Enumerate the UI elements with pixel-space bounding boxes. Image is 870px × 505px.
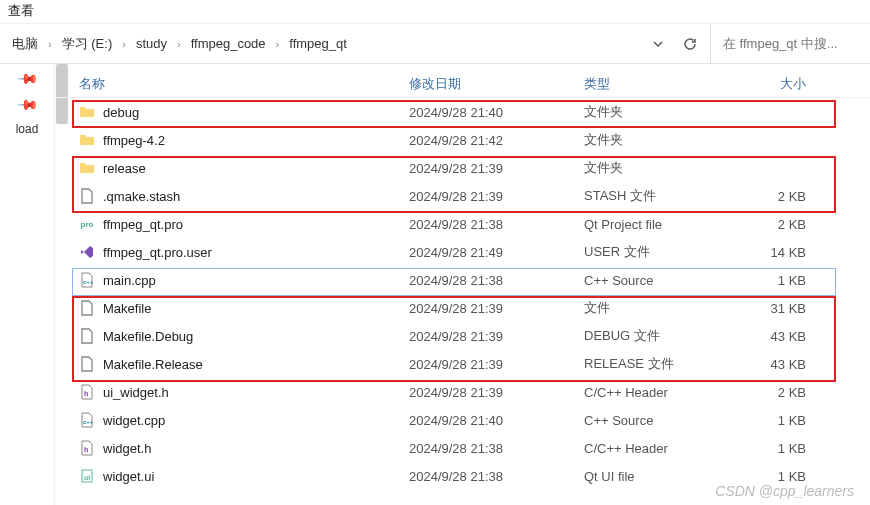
- file-size: 2 KB: [739, 217, 814, 232]
- sidebar: 📌 📌 load: [0, 64, 55, 505]
- file-date: 2024/9/28 21:39: [409, 385, 584, 400]
- watermark: CSDN @cpp_learners: [715, 483, 854, 499]
- chevron-down-icon[interactable]: [646, 32, 670, 56]
- file-icon: [79, 300, 95, 316]
- col-type[interactable]: 类型: [584, 75, 739, 93]
- file-date: 2024/9/28 21:39: [409, 161, 584, 176]
- breadcrumb-item[interactable]: 电脑: [6, 31, 44, 57]
- breadcrumb-item[interactable]: ffmpeg_qt: [283, 32, 353, 55]
- file-icon: [79, 328, 95, 344]
- file-name: Makefile: [103, 301, 151, 316]
- file-size: 31 KB: [739, 301, 814, 316]
- header-icon: h: [79, 440, 95, 456]
- file-row[interactable]: Makefile.Release2024/9/28 21:39RELEASE 文…: [55, 350, 870, 378]
- file-size: 1 KB: [739, 413, 814, 428]
- file-name: ui_widget.h: [103, 385, 169, 400]
- file-date: 2024/9/28 21:38: [409, 469, 584, 484]
- file-date: 2024/9/28 21:40: [409, 105, 584, 120]
- file-row[interactable]: hui_widget.h2024/9/28 21:39C/C++ Header2…: [55, 378, 870, 406]
- file-type: C++ Source: [584, 413, 739, 428]
- svg-text:c++: c++: [83, 279, 94, 285]
- address-bar: 电脑›学习 (E:)›study›ffmpeg_code›ffmpeg_qt: [0, 24, 870, 64]
- file-type: 文件夹: [584, 159, 739, 177]
- file-date: 2024/9/28 21:42: [409, 133, 584, 148]
- file-date: 2024/9/28 21:49: [409, 245, 584, 260]
- file-type: 文件: [584, 299, 739, 317]
- file-row[interactable]: proffmpeg_qt.pro2024/9/28 21:38Qt Projec…: [55, 210, 870, 238]
- folder-icon: [79, 160, 95, 176]
- menu-bar: 查看: [0, 0, 870, 24]
- file-row[interactable]: c++widget.cpp2024/9/28 21:40C++ Source1 …: [55, 406, 870, 434]
- file-name: widget.cpp: [103, 413, 165, 428]
- qt-ui-icon: ui: [79, 468, 95, 484]
- file-type: 文件夹: [584, 131, 739, 149]
- file-name: ffmpeg-4.2: [103, 133, 165, 148]
- file-type: 文件夹: [584, 103, 739, 121]
- chevron-right-icon: ›: [177, 38, 181, 50]
- col-size[interactable]: 大小: [739, 75, 814, 93]
- refresh-icon[interactable]: [678, 32, 702, 56]
- file-name: Makefile.Debug: [103, 329, 193, 344]
- breadcrumb-item[interactable]: study: [130, 32, 173, 55]
- file-date: 2024/9/28 21:39: [409, 357, 584, 372]
- file-row[interactable]: release2024/9/28 21:39文件夹: [55, 154, 870, 182]
- pin-icon[interactable]: 📌: [15, 66, 38, 89]
- file-size: 2 KB: [739, 385, 814, 400]
- svg-text:c++: c++: [83, 419, 94, 425]
- search-input[interactable]: [723, 36, 858, 51]
- visual-studio-icon: [79, 244, 95, 260]
- file-type: C++ Source: [584, 273, 739, 288]
- file-name: ffmpeg_qt.pro: [103, 217, 183, 232]
- chevron-right-icon: ›: [276, 38, 280, 50]
- file-size: 1 KB: [739, 273, 814, 288]
- search-box[interactable]: [710, 24, 870, 63]
- file-row[interactable]: c++main.cpp2024/9/28 21:38C++ Source1 KB: [55, 266, 870, 294]
- file-size: 2 KB: [739, 189, 814, 204]
- folder-icon: [79, 104, 95, 120]
- svg-text:h: h: [84, 446, 88, 453]
- file-icon: [79, 188, 95, 204]
- file-row[interactable]: hwidget.h2024/9/28 21:38C/C++ Header1 KB: [55, 434, 870, 462]
- file-name: ffmpeg_qt.pro.user: [103, 245, 212, 260]
- view-menu[interactable]: 查看: [8, 3, 34, 18]
- file-name: main.cpp: [103, 273, 156, 288]
- file-type: C/C++ Header: [584, 385, 739, 400]
- file-size: 43 KB: [739, 357, 814, 372]
- breadcrumb-item[interactable]: 学习 (E:): [56, 31, 119, 57]
- file-name: debug: [103, 105, 139, 120]
- file-row[interactable]: ffmpeg-4.22024/9/28 21:42文件夹: [55, 126, 870, 154]
- file-type: STASH 文件: [584, 187, 739, 205]
- file-type: Qt Project file: [584, 217, 739, 232]
- cpp-icon: c++: [79, 272, 95, 288]
- file-icon: [79, 356, 95, 372]
- cpp-icon: c++: [79, 412, 95, 428]
- col-name[interactable]: 名称: [79, 75, 409, 93]
- file-date: 2024/9/28 21:39: [409, 189, 584, 204]
- file-date: 2024/9/28 21:38: [409, 441, 584, 456]
- col-date[interactable]: 修改日期: [409, 75, 584, 93]
- column-headers[interactable]: 名称 修改日期 类型 大小: [55, 70, 870, 98]
- svg-text:ui: ui: [84, 474, 90, 481]
- file-row[interactable]: Makefile2024/9/28 21:39文件31 KB: [55, 294, 870, 322]
- file-date: 2024/9/28 21:40: [409, 413, 584, 428]
- file-date: 2024/9/28 21:39: [409, 329, 584, 344]
- file-row[interactable]: Makefile.Debug2024/9/28 21:39DEBUG 文件43 …: [55, 322, 870, 350]
- file-date: 2024/9/28 21:38: [409, 273, 584, 288]
- breadcrumb-item[interactable]: ffmpeg_code: [185, 32, 272, 55]
- file-row[interactable]: debug2024/9/28 21:40文件夹: [55, 98, 870, 126]
- header-icon: h: [79, 384, 95, 400]
- file-row[interactable]: ffmpeg_qt.pro.user2024/9/28 21:49USER 文件…: [55, 238, 870, 266]
- file-size: 14 KB: [739, 245, 814, 260]
- file-name: widget.h: [103, 441, 151, 456]
- file-size: 1 KB: [739, 469, 814, 484]
- file-type: Qt UI file: [584, 469, 739, 484]
- file-type: C/C++ Header: [584, 441, 739, 456]
- file-row[interactable]: .qmake.stash2024/9/28 21:39STASH 文件2 KB: [55, 182, 870, 210]
- svg-text:h: h: [84, 390, 88, 397]
- sidebar-item-load[interactable]: load: [16, 122, 39, 136]
- file-list: 名称 修改日期 类型 大小 debug2024/9/28 21:40文件夹ffm…: [55, 64, 870, 505]
- file-date: 2024/9/28 21:39: [409, 301, 584, 316]
- breadcrumb[interactable]: 电脑›学习 (E:)›study›ffmpeg_code›ffmpeg_qt: [0, 31, 638, 57]
- file-type: USER 文件: [584, 243, 739, 261]
- pin-icon[interactable]: 📌: [15, 92, 38, 115]
